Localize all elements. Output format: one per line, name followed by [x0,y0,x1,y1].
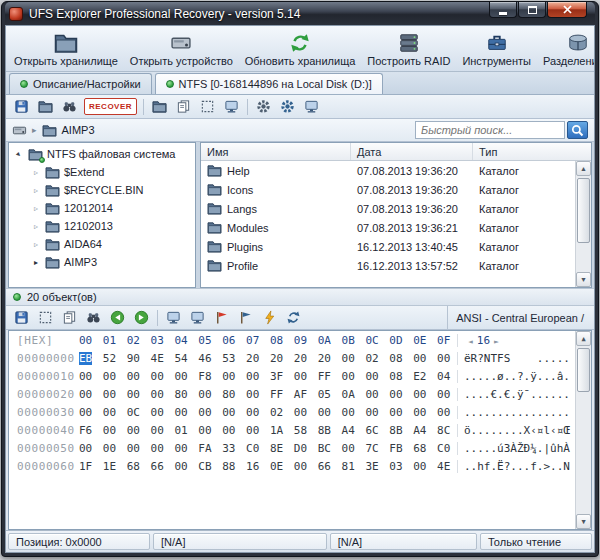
ascii-text[interactable]: ëR?NTFS ..... [457,352,575,365]
scroll-track[interactable] [576,176,591,272]
file-row-langs[interactable]: Langs 07.08.2013 19:36:20 Каталог [201,199,575,218]
file-row-modules[interactable]: Modules 07.08.2013 19:36:21 Каталог [201,218,575,237]
column-header-date[interactable]: Дата [351,143,473,160]
hex-row[interactable]: 00000050 00 00 00 00 00 FA 33 C0 8E D0 B… [9,439,575,457]
expander-icon[interactable]: ▹ [31,168,41,177]
hex-row[interactable]: 00000030 00 00 0C 00 00 00 00 00 02 00 0… [9,403,575,421]
copy-button[interactable] [172,97,195,117]
ascii-text[interactable]: ö........X‹¤l‹¤Œ [457,424,575,437]
encoding-select[interactable]: ANSI - Central European / [447,306,590,329]
hex-row[interactable]: 00000060 1F 1E 68 66 00 CB 88 16 0E 00 6… [9,457,575,475]
save-files-button[interactable] [10,97,33,117]
open-folder-button[interactable] [34,97,57,117]
scroll-down-icon[interactable]: ▼ [576,272,591,287]
hex-refresh-button[interactable] [282,308,305,328]
file-row-icons[interactable]: Icons 07.08.2013 19:36:20 Каталог [201,180,575,199]
hex-save-button[interactable] [10,308,33,328]
options-button[interactable] [276,97,299,117]
scroll-down-icon[interactable]: ▼ [576,514,591,529]
hex-vertical-scrollbar[interactable]: ▲ ▼ [575,331,591,529]
expander-icon[interactable]: ▹ [31,222,41,231]
settings-button[interactable] [252,97,275,117]
open-device-button[interactable]: Открыть устройство [124,28,239,70]
hex-copy-button[interactable] [58,308,81,328]
hex-bytes[interactable]: 1F 1E 68 66 00 CB 88 16 0E 00 66 81 3E 0… [79,460,457,473]
scroll-up-icon[interactable]: ▲ [576,161,591,176]
folder-icon [45,166,60,179]
partition-button[interactable]: Разделение... [537,28,594,70]
hex-bytes[interactable]: 00 00 00 00 80 00 80 00 FF AF 05 0A 00 0… [79,388,457,401]
tab-ntfs-partition[interactable]: NTFS [0-168144896 на Local Disk (D:)] [155,73,383,94]
column-header-name[interactable]: Имя [201,143,351,160]
view-button[interactable] [220,97,243,117]
expander-open-icon[interactable]: ▸ [12,147,25,160]
tab-description-settings[interactable]: Описание/Настройки [9,73,152,94]
scroll-up-icon[interactable]: ▲ [576,331,591,346]
ascii-text[interactable]: ..hf.Ë?...f.>..N [457,460,575,473]
file-row-profile[interactable]: Profile 16.12.2013 13:57:52 Каталог [201,256,575,275]
ascii-text[interactable]: .....ú3ÀŽÐ¼.|ûhÀ [457,442,575,455]
breadcrumb-current[interactable]: AIMP3 [62,124,95,136]
hex-bookmark-red-button[interactable] [210,308,233,328]
tree-item-recycle-bin[interactable]: ▹ $RECYCLE.BIN [9,181,195,199]
maximize-button[interactable] [518,2,546,18]
select-button[interactable] [196,97,219,117]
ascii-text[interactable]: ................ [457,406,575,419]
hex-grid[interactable]: [HEX] 00 01 02 03 04 05 06 07 08 09 0A 0… [9,331,575,529]
hex-bookmark-blue-button[interactable] [234,308,257,328]
hex-row[interactable]: 00000000 EB 52 90 4E 54 46 53 20 20 20 2… [9,349,575,367]
hex-bytes[interactable]: 52 90 4E 54 46 53 20 20 20 20 00 02 08 0… [92,352,450,365]
hex-select-button[interactable] [34,308,57,328]
hex-goto-button[interactable] [162,308,185,328]
parent-folder-button[interactable] [148,97,171,117]
hex-bytes[interactable]: 00 00 0C 00 00 00 00 00 02 00 00 00 00 0… [79,406,457,419]
hex-forward-button[interactable] [130,308,153,328]
minimize-button[interactable] [489,2,517,18]
ascii-text[interactable]: .....ø..?.ÿ...â. [457,370,575,383]
hex-editor[interactable]: [HEX] 00 01 02 03 04 05 06 07 08 09 0A 0… [8,330,592,530]
expander-icon[interactable]: ▹ [31,204,41,213]
expander-icon[interactable]: ▹ [31,240,41,249]
properties-button[interactable] [300,97,323,117]
selected-byte[interactable]: EB [79,352,92,365]
hex-bytes[interactable]: 00 00 00 00 00 FA 33 C0 8E D0 BC 00 7C F… [79,442,457,455]
hex-row[interactable]: 00000040 F6 00 00 00 01 00 00 00 1A 58 8… [9,421,575,439]
tree-item-root[interactable]: ▸ NTFS файловая система [9,145,195,163]
hex-apply-button[interactable] [258,308,281,328]
vertical-scrollbar[interactable]: ▲ ▼ [575,161,591,287]
tree-item-aimp3[interactable]: ▸ AIMP3 [9,253,195,271]
hex-bytes[interactable]: F6 00 00 00 01 00 00 00 1A 58 8B A4 6C 8… [79,424,457,437]
file-row-plugins[interactable]: Plugins 16.12.2013 13:40:45 Каталог [201,237,575,256]
recover-button[interactable]: RECOVER [84,98,137,115]
hex-bytes[interactable]: 00 00 00 00 00 F8 00 00 3F 00 FF 00 00 0… [79,370,457,383]
hex-position-button[interactable] [186,308,209,328]
expander-icon[interactable]: ▸ [31,258,41,267]
search-input[interactable] [415,121,565,139]
scroll-thumb[interactable] [577,178,590,243]
scroll-track[interactable] [576,346,591,514]
tools-button[interactable]: Инструменты [456,28,537,70]
close-button[interactable] [547,2,587,18]
hex-find-button[interactable] [82,308,105,328]
bpr-increase-icon[interactable]: ► [494,337,499,346]
tree-item-12012014[interactable]: ▹ 12012014 [9,199,195,217]
find-files-button[interactable] [58,97,81,117]
hex-back-button[interactable] [106,308,129,328]
search-button[interactable] [567,121,588,139]
tree-item-extend[interactable]: ▹ $Extend [9,163,195,181]
title-bar[interactable]: UFS Explorer Professional Recovery - ver… [5,2,595,25]
refresh-storages-button[interactable]: Обновить хранилища [239,28,362,70]
disk-icon [12,123,27,138]
hex-row[interactable]: 00000010 00 00 00 00 00 F8 00 00 3F 00 F… [9,367,575,385]
scroll-thumb[interactable] [577,348,590,392]
tree-item-aida64[interactable]: ▹ AIDA64 [9,235,195,253]
tree-item-12102013[interactable]: ▹ 12102013 [9,217,195,235]
hex-row[interactable]: 00000020 00 00 00 00 80 00 80 00 FF AF 0… [9,385,575,403]
open-storage-button[interactable]: Открыть хранилище [8,28,124,70]
ascii-text[interactable]: ....€.€.ÿ¯...... [457,388,575,401]
file-row-help[interactable]: Help 07.08.2013 19:36:20 Каталог [201,161,575,180]
build-raid-button[interactable]: Построить RAID [361,28,456,70]
expander-icon[interactable]: ▹ [31,186,41,195]
column-header-type[interactable]: Тип [473,143,591,160]
bpr-decrease-icon[interactable]: ◄ [468,337,473,346]
